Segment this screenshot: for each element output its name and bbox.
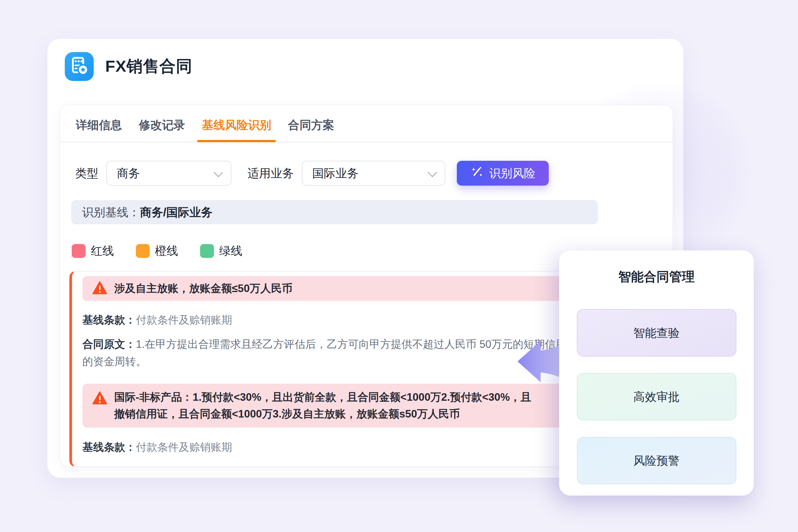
panel-card-efficient-approval[interactable]: 高效审批: [577, 373, 736, 420]
legend-item-orange: 橙线: [136, 243, 178, 259]
smart-contract-panel: 智能合同管理 智能查验 高效审批 风险预警: [559, 250, 754, 496]
contract-text-line1: 1.在甲方提出合理需求且经乙方评估后，乙方可向甲方提供不超过人民币 50万元的短…: [136, 338, 577, 350]
type-select-value: 商务: [117, 165, 140, 181]
window-header: FX销售合同: [65, 52, 193, 81]
panel-card-list: 智能查验 高效审批 风险预警: [577, 309, 736, 484]
warning-triangle-icon: [92, 281, 107, 296]
warning2-line1: 国际-非标产品：1.预付款<30%，且出货前全款，且合同金额<1000万2.预付…: [114, 391, 531, 403]
page-title: FX销售合同: [105, 56, 193, 77]
tab-baseline-risk[interactable]: 基线风险识别: [202, 117, 271, 142]
baseline-info-bar: 识别基线： 商务/国际业务: [71, 200, 598, 224]
clause-label: 基线条款：: [82, 314, 136, 326]
page: FX销售合同 详细信息 修改记录 基线风险识别 合同方案 类型 商务 适用业务: [0, 0, 798, 532]
business-label: 适用业务: [247, 165, 294, 181]
chevron-down-icon: [428, 168, 437, 177]
contract-text-line2: 的资金周转。: [82, 356, 147, 367]
document-star-icon: [65, 52, 94, 81]
type-label: 类型: [75, 165, 98, 181]
legend-item-green: 绿线: [200, 243, 242, 259]
warning-title: 涉及自主放账，放账金额≤50万人民币: [114, 280, 292, 297]
tab-change-log[interactable]: 修改记录: [139, 117, 185, 142]
legend-label: 红线: [91, 243, 114, 259]
tab-detail-info[interactable]: 详细信息: [76, 117, 122, 142]
red-line-swatch-icon: [72, 244, 86, 258]
contract-label: 合同原文：: [82, 338, 136, 350]
business-select-value: 国际业务: [312, 165, 359, 181]
clause-value: 付款条件及赊销账期: [136, 441, 232, 453]
business-select[interactable]: 国际业务: [302, 161, 445, 186]
baseline-label: 识别基线：: [82, 204, 140, 220]
identify-risk-button-label: 识别风险: [489, 165, 535, 181]
warning2-line2: 撤销信用证，且合同金额<1000万3.涉及自主放账，放账金额s50万人民币: [114, 408, 460, 420]
panel-title: 智能合同管理: [619, 268, 695, 285]
identify-risk-button[interactable]: 识别风险: [457, 161, 549, 186]
panel-card-risk-alert[interactable]: 风险预警: [577, 437, 736, 484]
tab-contract-plan[interactable]: 合同方案: [288, 117, 334, 142]
app-logo: [65, 52, 94, 81]
filter-row: 类型 商务 适用业务 国际业务: [75, 161, 672, 186]
type-select[interactable]: 商务: [107, 161, 231, 186]
baseline-value: 商务/国际业务: [140, 204, 212, 220]
green-line-swatch-icon: [200, 244, 214, 258]
legend-item-red: 红线: [72, 243, 114, 259]
legend-label: 绿线: [219, 243, 242, 259]
chevron-down-icon: [214, 168, 223, 177]
panel-card-smart-check[interactable]: 智能查验: [577, 309, 736, 357]
magic-wand-icon: [470, 165, 483, 181]
legend-label: 橙线: [155, 243, 178, 259]
warning-triangle-icon: [92, 391, 107, 406]
orange-line-swatch-icon: [136, 244, 150, 258]
tab-bar: 详细信息 修改记录 基线风险识别 合同方案: [60, 105, 672, 142]
clause-value: 付款条件及赊销账期: [136, 314, 232, 326]
warning-title: 国际-非标产品：1.预付款<30%，且出货前全款，且合同金额<1000万2.预付…: [114, 389, 531, 422]
clause-label: 基线条款：: [82, 441, 136, 453]
